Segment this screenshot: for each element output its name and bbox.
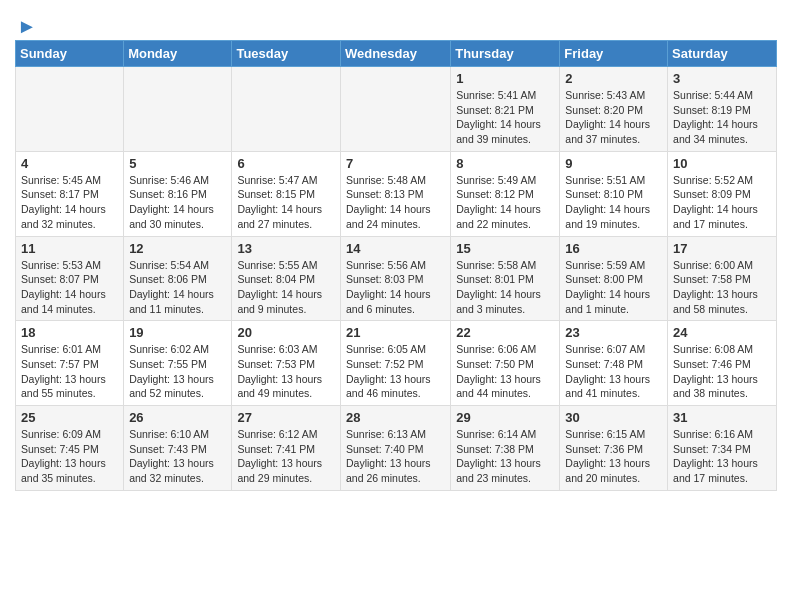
day-info: Sunrise: 5:53 AM Sunset: 8:07 PM Dayligh… xyxy=(21,258,118,317)
header: ► xyxy=(15,10,777,34)
day-number: 5 xyxy=(129,156,226,171)
day-number: 24 xyxy=(673,325,771,340)
day-info: Sunrise: 5:54 AM Sunset: 8:06 PM Dayligh… xyxy=(129,258,226,317)
day-info: Sunrise: 6:10 AM Sunset: 7:43 PM Dayligh… xyxy=(129,427,226,486)
day-cell: 22Sunrise: 6:06 AM Sunset: 7:50 PM Dayli… xyxy=(451,321,560,406)
day-info: Sunrise: 5:59 AM Sunset: 8:00 PM Dayligh… xyxy=(565,258,662,317)
day-cell: 24Sunrise: 6:08 AM Sunset: 7:46 PM Dayli… xyxy=(668,321,777,406)
day-info: Sunrise: 6:16 AM Sunset: 7:34 PM Dayligh… xyxy=(673,427,771,486)
week-row-4: 18Sunrise: 6:01 AM Sunset: 7:57 PM Dayli… xyxy=(16,321,777,406)
day-number: 31 xyxy=(673,410,771,425)
day-cell: 29Sunrise: 6:14 AM Sunset: 7:38 PM Dayli… xyxy=(451,406,560,491)
day-info: Sunrise: 5:52 AM Sunset: 8:09 PM Dayligh… xyxy=(673,173,771,232)
week-row-3: 11Sunrise: 5:53 AM Sunset: 8:07 PM Dayli… xyxy=(16,236,777,321)
weekday-header-tuesday: Tuesday xyxy=(232,41,341,67)
day-number: 26 xyxy=(129,410,226,425)
day-cell: 28Sunrise: 6:13 AM Sunset: 7:40 PM Dayli… xyxy=(340,406,450,491)
day-number: 19 xyxy=(129,325,226,340)
day-info: Sunrise: 6:01 AM Sunset: 7:57 PM Dayligh… xyxy=(21,342,118,401)
day-number: 16 xyxy=(565,241,662,256)
day-cell: 23Sunrise: 6:07 AM Sunset: 7:48 PM Dayli… xyxy=(560,321,668,406)
day-number: 27 xyxy=(237,410,335,425)
day-number: 12 xyxy=(129,241,226,256)
day-info: Sunrise: 5:58 AM Sunset: 8:01 PM Dayligh… xyxy=(456,258,554,317)
weekday-row: SundayMondayTuesdayWednesdayThursdayFrid… xyxy=(16,41,777,67)
day-number: 10 xyxy=(673,156,771,171)
day-cell: 27Sunrise: 6:12 AM Sunset: 7:41 PM Dayli… xyxy=(232,406,341,491)
day-number: 20 xyxy=(237,325,335,340)
week-row-1: 1Sunrise: 5:41 AM Sunset: 8:21 PM Daylig… xyxy=(16,67,777,152)
week-row-5: 25Sunrise: 6:09 AM Sunset: 7:45 PM Dayli… xyxy=(16,406,777,491)
day-info: Sunrise: 6:12 AM Sunset: 7:41 PM Dayligh… xyxy=(237,427,335,486)
day-info: Sunrise: 6:00 AM Sunset: 7:58 PM Dayligh… xyxy=(673,258,771,317)
weekday-header-saturday: Saturday xyxy=(668,41,777,67)
day-cell xyxy=(232,67,341,152)
day-cell: 14Sunrise: 5:56 AM Sunset: 8:03 PM Dayli… xyxy=(340,236,450,321)
day-info: Sunrise: 5:46 AM Sunset: 8:16 PM Dayligh… xyxy=(129,173,226,232)
day-cell: 30Sunrise: 6:15 AM Sunset: 7:36 PM Dayli… xyxy=(560,406,668,491)
day-info: Sunrise: 5:49 AM Sunset: 8:12 PM Dayligh… xyxy=(456,173,554,232)
day-number: 25 xyxy=(21,410,118,425)
day-info: Sunrise: 6:03 AM Sunset: 7:53 PM Dayligh… xyxy=(237,342,335,401)
calendar-header: SundayMondayTuesdayWednesdayThursdayFrid… xyxy=(16,41,777,67)
day-cell: 3Sunrise: 5:44 AM Sunset: 8:19 PM Daylig… xyxy=(668,67,777,152)
day-info: Sunrise: 5:45 AM Sunset: 8:17 PM Dayligh… xyxy=(21,173,118,232)
day-cell: 12Sunrise: 5:54 AM Sunset: 8:06 PM Dayli… xyxy=(124,236,232,321)
day-cell: 18Sunrise: 6:01 AM Sunset: 7:57 PM Dayli… xyxy=(16,321,124,406)
weekday-header-friday: Friday xyxy=(560,41,668,67)
day-number: 30 xyxy=(565,410,662,425)
day-cell: 10Sunrise: 5:52 AM Sunset: 8:09 PM Dayli… xyxy=(668,151,777,236)
day-cell: 20Sunrise: 6:03 AM Sunset: 7:53 PM Dayli… xyxy=(232,321,341,406)
day-number: 11 xyxy=(21,241,118,256)
week-row-2: 4Sunrise: 5:45 AM Sunset: 8:17 PM Daylig… xyxy=(16,151,777,236)
day-info: Sunrise: 5:43 AM Sunset: 8:20 PM Dayligh… xyxy=(565,88,662,147)
day-cell: 25Sunrise: 6:09 AM Sunset: 7:45 PM Dayli… xyxy=(16,406,124,491)
day-info: Sunrise: 5:48 AM Sunset: 8:13 PM Dayligh… xyxy=(346,173,445,232)
day-number: 7 xyxy=(346,156,445,171)
day-cell: 7Sunrise: 5:48 AM Sunset: 8:13 PM Daylig… xyxy=(340,151,450,236)
day-number: 23 xyxy=(565,325,662,340)
day-number: 18 xyxy=(21,325,118,340)
day-info: Sunrise: 5:44 AM Sunset: 8:19 PM Dayligh… xyxy=(673,88,771,147)
day-cell: 5Sunrise: 5:46 AM Sunset: 8:16 PM Daylig… xyxy=(124,151,232,236)
weekday-header-thursday: Thursday xyxy=(451,41,560,67)
day-cell: 11Sunrise: 5:53 AM Sunset: 8:07 PM Dayli… xyxy=(16,236,124,321)
day-cell: 9Sunrise: 5:51 AM Sunset: 8:10 PM Daylig… xyxy=(560,151,668,236)
day-info: Sunrise: 6:05 AM Sunset: 7:52 PM Dayligh… xyxy=(346,342,445,401)
day-cell: 6Sunrise: 5:47 AM Sunset: 8:15 PM Daylig… xyxy=(232,151,341,236)
day-info: Sunrise: 5:51 AM Sunset: 8:10 PM Dayligh… xyxy=(565,173,662,232)
day-cell: 31Sunrise: 6:16 AM Sunset: 7:34 PM Dayli… xyxy=(668,406,777,491)
day-cell: 26Sunrise: 6:10 AM Sunset: 7:43 PM Dayli… xyxy=(124,406,232,491)
day-cell: 21Sunrise: 6:05 AM Sunset: 7:52 PM Dayli… xyxy=(340,321,450,406)
day-number: 15 xyxy=(456,241,554,256)
day-cell xyxy=(124,67,232,152)
day-cell: 4Sunrise: 5:45 AM Sunset: 8:17 PM Daylig… xyxy=(16,151,124,236)
day-info: Sunrise: 6:08 AM Sunset: 7:46 PM Dayligh… xyxy=(673,342,771,401)
calendar-body: 1Sunrise: 5:41 AM Sunset: 8:21 PM Daylig… xyxy=(16,67,777,491)
day-number: 14 xyxy=(346,241,445,256)
day-info: Sunrise: 6:13 AM Sunset: 7:40 PM Dayligh… xyxy=(346,427,445,486)
weekday-header-wednesday: Wednesday xyxy=(340,41,450,67)
day-number: 9 xyxy=(565,156,662,171)
day-number: 3 xyxy=(673,71,771,86)
weekday-header-sunday: Sunday xyxy=(16,41,124,67)
day-info: Sunrise: 6:06 AM Sunset: 7:50 PM Dayligh… xyxy=(456,342,554,401)
day-cell: 13Sunrise: 5:55 AM Sunset: 8:04 PM Dayli… xyxy=(232,236,341,321)
day-number: 29 xyxy=(456,410,554,425)
day-number: 1 xyxy=(456,71,554,86)
logo: ► xyxy=(15,15,37,34)
day-info: Sunrise: 5:41 AM Sunset: 8:21 PM Dayligh… xyxy=(456,88,554,147)
day-info: Sunrise: 6:07 AM Sunset: 7:48 PM Dayligh… xyxy=(565,342,662,401)
day-cell: 19Sunrise: 6:02 AM Sunset: 7:55 PM Dayli… xyxy=(124,321,232,406)
day-cell xyxy=(340,67,450,152)
day-number: 2 xyxy=(565,71,662,86)
weekday-header-monday: Monday xyxy=(124,41,232,67)
day-info: Sunrise: 6:14 AM Sunset: 7:38 PM Dayligh… xyxy=(456,427,554,486)
day-info: Sunrise: 5:47 AM Sunset: 8:15 PM Dayligh… xyxy=(237,173,335,232)
day-cell: 16Sunrise: 5:59 AM Sunset: 8:00 PM Dayli… xyxy=(560,236,668,321)
logo-arrow-icon: ► xyxy=(17,15,37,38)
day-info: Sunrise: 5:56 AM Sunset: 8:03 PM Dayligh… xyxy=(346,258,445,317)
day-number: 13 xyxy=(237,241,335,256)
day-info: Sunrise: 5:55 AM Sunset: 8:04 PM Dayligh… xyxy=(237,258,335,317)
day-cell xyxy=(16,67,124,152)
